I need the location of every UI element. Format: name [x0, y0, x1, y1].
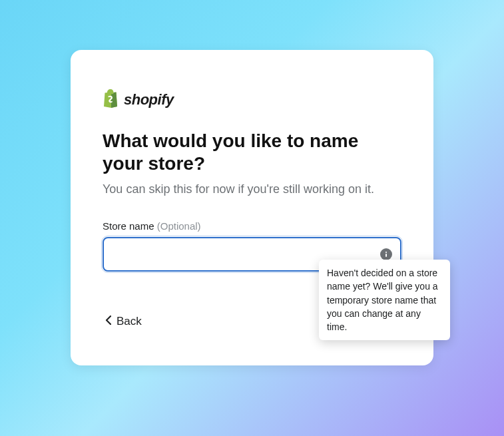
- onboarding-card: shopify What would you like to name your…: [71, 50, 433, 365]
- store-name-tooltip: Haven't decided on a store name yet? We'…: [319, 260, 450, 340]
- shopify-bag-icon: [103, 89, 120, 111]
- info-icon: [383, 251, 389, 258]
- brand-logo: shopify: [103, 89, 401, 111]
- page-title: What would you like to name your store?: [103, 130, 401, 174]
- store-name-info-button[interactable]: [380, 248, 392, 260]
- back-button-label: Back: [117, 315, 142, 328]
- store-name-label-text: Store name: [103, 220, 154, 232]
- store-name-label: Store name (Optional): [103, 220, 401, 232]
- back-button[interactable]: Back: [103, 311, 144, 332]
- svg-point-0: [385, 252, 387, 253]
- brand-wordmark: shopify: [124, 91, 174, 109]
- svg-rect-1: [385, 254, 387, 257]
- chevron-left-icon: [105, 315, 111, 328]
- page-subtitle: You can skip this for now if you're stil…: [103, 182, 401, 196]
- store-name-optional-suffix: (Optional): [157, 220, 201, 232]
